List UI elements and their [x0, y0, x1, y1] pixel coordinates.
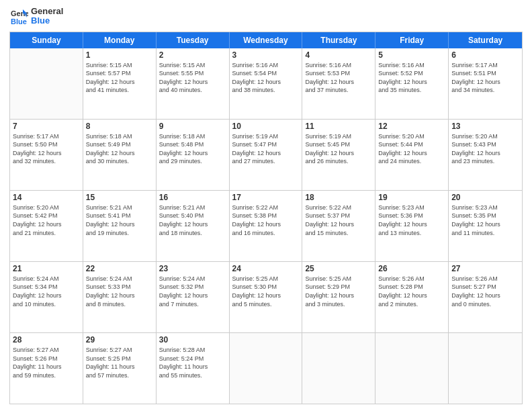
- day-number: 16: [159, 193, 226, 202]
- calendar-cell-day-25: 25Sunrise: 5:25 AMSunset: 5:29 PMDayligh…: [302, 262, 375, 332]
- cell-info: Sunrise: 5:27 AMSunset: 5:25 PMDaylight:…: [86, 346, 153, 379]
- calendar-cell-day-19: 19Sunrise: 5:23 AMSunset: 5:36 PMDayligh…: [375, 191, 449, 261]
- calendar-cell-day-3: 3Sunrise: 5:16 AMSunset: 5:54 PMDaylight…: [230, 48, 303, 119]
- day-number: 8: [86, 122, 153, 131]
- cell-info: Sunrise: 5:23 AMSunset: 5:35 PMDaylight:…: [451, 203, 519, 237]
- day-number: 25: [305, 264, 372, 273]
- day-number: 5: [378, 50, 445, 60]
- svg-text:Blue: Blue: [11, 17, 27, 26]
- day-number: 29: [86, 335, 153, 345]
- day-header-saturday: Saturday: [449, 32, 522, 48]
- calendar-cell-day-20: 20Sunrise: 5:23 AMSunset: 5:35 PMDayligh…: [449, 191, 522, 261]
- calendar-cell-day-29: 29Sunrise: 5:27 AMSunset: 5:25 PMDayligh…: [83, 333, 157, 404]
- calendar-cell-day-9: 9Sunrise: 5:18 AMSunset: 5:48 PMDaylight…: [157, 120, 230, 190]
- calendar-cell-day-16: 16Sunrise: 5:21 AMSunset: 5:40 PMDayligh…: [157, 191, 230, 261]
- day-number: 6: [451, 50, 519, 60]
- day-number: 4: [305, 50, 372, 60]
- cell-info: Sunrise: 5:21 AMSunset: 5:40 PMDaylight:…: [159, 203, 226, 237]
- cell-info: Sunrise: 5:19 AMSunset: 5:47 PMDaylight:…: [232, 132, 300, 166]
- calendar-cell-day-1: 1Sunrise: 5:15 AMSunset: 5:57 PMDaylight…: [83, 48, 157, 119]
- calendar-cell-day-10: 10Sunrise: 5:19 AMSunset: 5:47 PMDayligh…: [230, 120, 303, 190]
- calendar-cell-day-15: 15Sunrise: 5:21 AMSunset: 5:41 PMDayligh…: [83, 191, 157, 261]
- day-number: 3: [232, 50, 300, 60]
- cell-info: Sunrise: 5:22 AMSunset: 5:37 PMDaylight:…: [305, 203, 372, 237]
- cell-info: Sunrise: 5:22 AMSunset: 5:38 PMDaylight:…: [232, 203, 300, 237]
- calendar-cell-day-4: 4Sunrise: 5:16 AMSunset: 5:53 PMDaylight…: [302, 48, 375, 119]
- day-number: 27: [451, 264, 519, 273]
- day-number: 28: [13, 335, 80, 345]
- calendar: SundayMondayTuesdayWednesdayThursdayFrid…: [9, 32, 523, 404]
- cell-info: Sunrise: 5:16 AMSunset: 5:52 PMDaylight:…: [378, 61, 445, 95]
- calendar-cell-day-11: 11Sunrise: 5:19 AMSunset: 5:45 PMDayligh…: [302, 120, 375, 190]
- day-number: 11: [305, 122, 372, 131]
- calendar-cell-day-26: 26Sunrise: 5:26 AMSunset: 5:28 PMDayligh…: [375, 262, 449, 332]
- calendar-row-1: 1Sunrise: 5:15 AMSunset: 5:57 PMDaylight…: [10, 48, 522, 120]
- day-number: 17: [232, 193, 300, 202]
- calendar-cell-day-24: 24Sunrise: 5:25 AMSunset: 5:30 PMDayligh…: [230, 262, 303, 332]
- day-number: 21: [13, 264, 80, 273]
- calendar-cell-day-2: 2Sunrise: 5:15 AMSunset: 5:55 PMDaylight…: [157, 48, 230, 119]
- day-number: 7: [13, 122, 80, 131]
- day-header-wednesday: Wednesday: [230, 32, 303, 48]
- calendar-cell-day-30: 30Sunrise: 5:28 AMSunset: 5:24 PMDayligh…: [157, 333, 230, 404]
- day-number: 9: [159, 122, 226, 131]
- day-number: 14: [13, 193, 80, 202]
- cell-info: Sunrise: 5:24 AMSunset: 5:32 PMDaylight:…: [159, 275, 226, 308]
- day-number: 22: [86, 264, 153, 273]
- calendar-cell-day-13: 13Sunrise: 5:20 AMSunset: 5:43 PMDayligh…: [449, 120, 522, 190]
- cell-info: Sunrise: 5:15 AMSunset: 5:57 PMDaylight:…: [86, 61, 153, 95]
- logo-general: General: [31, 7, 63, 16]
- calendar-row-2: 7Sunrise: 5:17 AMSunset: 5:50 PMDaylight…: [10, 120, 522, 191]
- cell-info: Sunrise: 5:25 AMSunset: 5:30 PMDaylight:…: [232, 275, 300, 308]
- cell-info: Sunrise: 5:17 AMSunset: 5:51 PMDaylight:…: [451, 61, 519, 95]
- calendar-cell-empty: [375, 333, 449, 404]
- day-header-thursday: Thursday: [302, 32, 375, 48]
- cell-info: Sunrise: 5:20 AMSunset: 5:43 PMDaylight:…: [451, 132, 519, 166]
- day-number: 19: [378, 193, 445, 202]
- cell-info: Sunrise: 5:24 AMSunset: 5:34 PMDaylight:…: [13, 275, 80, 308]
- logo-blue: Blue: [31, 16, 63, 26]
- calendar-cell-day-5: 5Sunrise: 5:16 AMSunset: 5:52 PMDaylight…: [375, 48, 449, 119]
- day-header-tuesday: Tuesday: [157, 32, 230, 48]
- cell-info: Sunrise: 5:19 AMSunset: 5:45 PMDaylight:…: [305, 132, 372, 166]
- calendar-cell-day-14: 14Sunrise: 5:20 AMSunset: 5:42 PMDayligh…: [10, 191, 83, 261]
- day-header-monday: Monday: [83, 32, 157, 48]
- cell-info: Sunrise: 5:16 AMSunset: 5:54 PMDaylight:…: [232, 61, 300, 95]
- calendar-cell-day-23: 23Sunrise: 5:24 AMSunset: 5:32 PMDayligh…: [157, 262, 230, 332]
- cell-info: Sunrise: 5:15 AMSunset: 5:55 PMDaylight:…: [159, 61, 226, 95]
- logo-icon: General Blue: [9, 7, 28, 26]
- cell-info: Sunrise: 5:25 AMSunset: 5:29 PMDaylight:…: [305, 275, 372, 308]
- cell-info: Sunrise: 5:27 AMSunset: 5:26 PMDaylight:…: [13, 346, 80, 379]
- calendar-cell-empty: [10, 48, 83, 119]
- calendar-cell-day-27: 27Sunrise: 5:26 AMSunset: 5:27 PMDayligh…: [449, 262, 522, 332]
- day-number: 24: [232, 264, 300, 273]
- cell-info: Sunrise: 5:21 AMSunset: 5:41 PMDaylight:…: [86, 203, 153, 237]
- day-number: 12: [378, 122, 445, 131]
- calendar-header: SundayMondayTuesdayWednesdayThursdayFrid…: [10, 32, 522, 48]
- day-number: 2: [159, 50, 226, 60]
- calendar-cell-day-6: 6Sunrise: 5:17 AMSunset: 5:51 PMDaylight…: [449, 48, 522, 119]
- cell-info: Sunrise: 5:20 AMSunset: 5:42 PMDaylight:…: [13, 203, 80, 237]
- cell-info: Sunrise: 5:23 AMSunset: 5:36 PMDaylight:…: [378, 203, 445, 237]
- calendar-cell-day-8: 8Sunrise: 5:18 AMSunset: 5:49 PMDaylight…: [83, 120, 157, 190]
- calendar-cell-empty: [302, 333, 375, 404]
- cell-info: Sunrise: 5:17 AMSunset: 5:50 PMDaylight:…: [13, 132, 80, 166]
- calendar-row-5: 28Sunrise: 5:27 AMSunset: 5:26 PMDayligh…: [10, 333, 522, 404]
- calendar-cell-day-12: 12Sunrise: 5:20 AMSunset: 5:44 PMDayligh…: [375, 120, 449, 190]
- calendar-row-4: 21Sunrise: 5:24 AMSunset: 5:34 PMDayligh…: [10, 262, 522, 333]
- day-number: 18: [305, 193, 372, 202]
- calendar-cell-empty: [230, 333, 303, 404]
- day-number: 13: [451, 122, 519, 131]
- cell-info: Sunrise: 5:18 AMSunset: 5:49 PMDaylight:…: [86, 132, 153, 166]
- cell-info: Sunrise: 5:26 AMSunset: 5:27 PMDaylight:…: [451, 275, 519, 308]
- calendar-cell-empty: [449, 333, 522, 404]
- day-number: 10: [232, 122, 300, 131]
- cell-info: Sunrise: 5:28 AMSunset: 5:24 PMDaylight:…: [159, 346, 226, 379]
- cell-info: Sunrise: 5:24 AMSunset: 5:33 PMDaylight:…: [86, 275, 153, 308]
- day-number: 26: [378, 264, 445, 273]
- cell-info: Sunrise: 5:26 AMSunset: 5:28 PMDaylight:…: [378, 275, 445, 308]
- calendar-cell-day-7: 7Sunrise: 5:17 AMSunset: 5:50 PMDaylight…: [10, 120, 83, 190]
- page-header: General Blue General Blue: [9, 7, 523, 26]
- cell-info: Sunrise: 5:18 AMSunset: 5:48 PMDaylight:…: [159, 132, 226, 166]
- calendar-body: 1Sunrise: 5:15 AMSunset: 5:57 PMDaylight…: [10, 48, 522, 404]
